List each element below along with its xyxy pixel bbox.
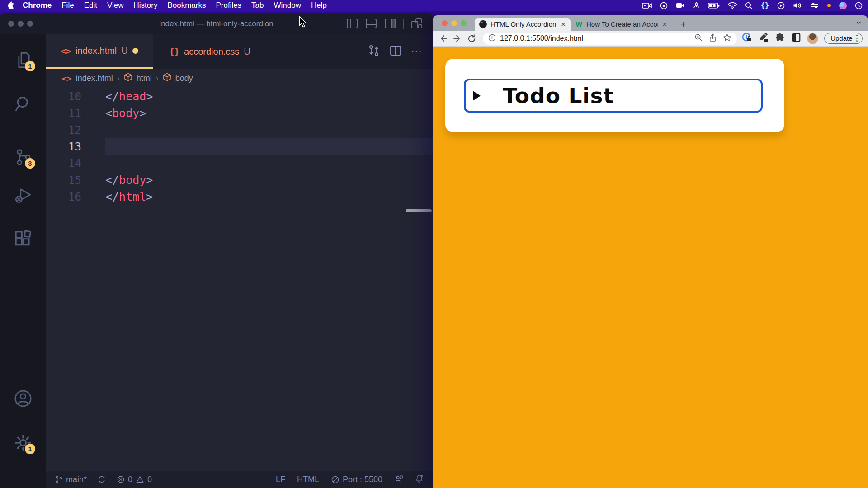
- menu-tab[interactable]: Tab: [246, 1, 269, 10]
- unsaved-dot-icon[interactable]: [132, 48, 138, 54]
- control-center-icon[interactable]: [810, 2, 819, 9]
- split-editor-icon[interactable]: [389, 44, 402, 59]
- code-line-14[interactable]: 14: [46, 155, 433, 172]
- live-server-port[interactable]: Port : 5500: [331, 475, 382, 484]
- code-line-16[interactable]: 16 </html>: [46, 188, 433, 205]
- close-tab-icon[interactable]: ✕: [561, 21, 566, 28]
- code-line-10[interactable]: 10 </head>: [46, 88, 433, 105]
- menu-bookmarks[interactable]: Bookmarks: [162, 1, 211, 10]
- play-circle-icon[interactable]: [777, 2, 785, 9]
- code-line-12[interactable]: 12: [46, 122, 433, 138]
- editor-sash-handle[interactable]: [406, 209, 432, 212]
- dev-braces-icon[interactable]: {}: [761, 1, 769, 9]
- sync-icon[interactable]: [98, 475, 106, 483]
- vscode-activity-bar: 1 3 1: [0, 34, 46, 488]
- code-line-11[interactable]: 11 <body>: [46, 105, 433, 122]
- toggle-secondary-sidebar-icon[interactable]: [384, 18, 396, 31]
- browser-tab-w3schools[interactable]: W How To Create an Accordion ✕: [571, 18, 672, 31]
- site-info-icon[interactable]: [488, 34, 496, 43]
- toggle-panel-icon[interactable]: [365, 18, 377, 31]
- screen-capture-icon[interactable]: [642, 2, 652, 9]
- menu-profiles[interactable]: Profiles: [211, 1, 246, 10]
- chrome-update-button[interactable]: Update: [824, 33, 863, 44]
- address-bar[interactable]: 127.0.0.1:5500/index.html: [483, 33, 737, 45]
- menu-file[interactable]: File: [57, 1, 79, 10]
- bookmark-star-icon[interactable]: [723, 33, 731, 44]
- chevron-right-icon: ›: [156, 74, 159, 83]
- share-icon[interactable]: [709, 33, 717, 44]
- menu-chrome[interactable]: Chrome: [18, 1, 57, 10]
- search-icon[interactable]: [14, 94, 33, 113]
- siri-icon[interactable]: [839, 2, 847, 9]
- vscode-titlebar[interactable]: index.html — html-only-accordion: [0, 13, 433, 34]
- profile-avatar[interactable]: [807, 33, 818, 44]
- breadcrumb-file[interactable]: index.html: [76, 74, 113, 83]
- settings-gear-icon[interactable]: 1: [14, 433, 33, 452]
- accordion-summary[interactable]: Todo List: [464, 79, 763, 113]
- back-button[interactable]: [438, 34, 448, 43]
- dark-mode-extension-icon[interactable]: [791, 33, 801, 44]
- update-label: Update: [830, 34, 852, 42]
- tab-index-html[interactable]: <> index.html U: [46, 34, 153, 69]
- password-manager-icon[interactable]: [741, 32, 752, 45]
- minimize-window-button[interactable]: [451, 20, 457, 26]
- new-tab-button[interactable]: +: [676, 18, 690, 31]
- tab-accordion-css[interactable]: {} accordion.css U: [153, 34, 266, 69]
- source-control-icon[interactable]: 3: [14, 148, 33, 167]
- code-editor[interactable]: 10 </head> 11 <body> 12 13 14: [46, 88, 433, 471]
- code-line-13-current[interactable]: 13: [46, 138, 433, 155]
- reload-button[interactable]: [467, 34, 476, 43]
- git-untracked-badge: U: [121, 46, 127, 56]
- rocket-icon[interactable]: [693, 1, 700, 9]
- breadcrumb-html[interactable]: html: [137, 74, 152, 83]
- camera-icon[interactable]: [676, 2, 685, 9]
- notifications-bell-icon[interactable]: [415, 474, 424, 485]
- clock-icon[interactable]: [855, 2, 863, 9]
- record-icon[interactable]: [660, 2, 668, 9]
- menu-help[interactable]: Help: [306, 1, 332, 10]
- menu-edit[interactable]: Edit: [79, 1, 102, 10]
- zoom-window-button[interactable]: [27, 21, 33, 27]
- close-window-button[interactable]: [8, 21, 14, 27]
- tab-search-chevron-icon[interactable]: [856, 19, 862, 28]
- menu-window[interactable]: Window: [269, 1, 306, 10]
- more-actions-icon[interactable]: ⋯: [411, 45, 423, 58]
- git-branch-item[interactable]: main*: [55, 475, 87, 484]
- forward-button[interactable]: [453, 34, 462, 43]
- close-tab-icon[interactable]: ✕: [662, 21, 667, 28]
- accounts-icon[interactable]: [14, 389, 33, 408]
- menu-history[interactable]: History: [128, 1, 162, 10]
- menu-view[interactable]: View: [102, 1, 129, 10]
- wifi-icon[interactable]: [728, 2, 737, 9]
- code-line-15[interactable]: 15 </body>: [46, 172, 433, 188]
- url-text[interactable]: 127.0.0.1:5500/index.html: [500, 34, 583, 42]
- eol-indicator[interactable]: LF: [276, 475, 285, 484]
- customize-layout-icon[interactable]: [411, 18, 423, 31]
- spotlight-search-icon[interactable]: [745, 2, 753, 9]
- extensions-icon[interactable]: [14, 230, 33, 249]
- error-count: 0: [128, 475, 132, 484]
- toggle-sidebar-icon[interactable]: [346, 18, 358, 31]
- breadcrumb-body[interactable]: body: [175, 74, 193, 83]
- vscode-window: index.html — html-only-accordion 1 3: [0, 13, 433, 488]
- vscode-window-controls[interactable]: [8, 21, 33, 27]
- close-window-button[interactable]: [442, 20, 448, 26]
- minimize-window-button[interactable]: [18, 21, 24, 27]
- live-share-icon[interactable]: [394, 474, 403, 485]
- chrome-menu-kebab-icon[interactable]: [856, 35, 858, 42]
- run-debug-icon[interactable]: [14, 186, 33, 205]
- explorer-icon[interactable]: 1: [14, 51, 33, 70]
- language-mode[interactable]: HTML: [297, 475, 319, 484]
- extensions-puzzle-icon[interactable]: [775, 33, 785, 45]
- chrome-window-controls[interactable]: [442, 20, 467, 26]
- open-changes-icon[interactable]: [368, 44, 380, 59]
- battery-icon[interactable]: [708, 3, 720, 9]
- apple-menu-icon[interactable]: [7, 1, 14, 9]
- zoom-icon[interactable]: [694, 33, 703, 43]
- eyedropper-extension-icon[interactable]: [758, 32, 769, 45]
- chevron-right-icon: ›: [117, 74, 120, 83]
- problems-item[interactable]: 0 0: [117, 475, 152, 484]
- volume-icon[interactable]: [793, 2, 802, 9]
- zoom-window-button[interactable]: [461, 20, 467, 26]
- browser-tab-active[interactable]: HTML Only Accordion ✕: [475, 18, 571, 31]
